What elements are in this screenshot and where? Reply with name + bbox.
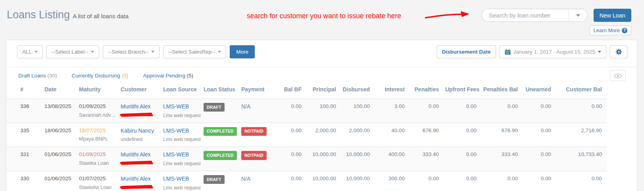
phone-redaction (121, 112, 152, 117)
cell-amount: 0.00 (273, 171, 305, 191)
settings-button[interactable] (610, 45, 627, 58)
cell-payment: NOTPAID (238, 147, 273, 171)
customer-link[interactable]: Muriithi Alex (121, 176, 150, 182)
cell-customer: Muriithi Alex (117, 171, 160, 191)
cell-loan-source: LMS-WEBLms web request (160, 99, 200, 123)
column-header: Penalties Bal (480, 81, 521, 99)
disbursement-date-button[interactable]: Disbursement Date (437, 45, 496, 58)
phone-redaction (121, 161, 152, 165)
chevron-down-icon (91, 51, 94, 53)
cell-amount: 676.90 (408, 123, 442, 147)
chevron-down-icon (576, 14, 581, 17)
page-title: Loans ListingA list of all loans data (7, 9, 129, 21)
cell-date: 13/08/2025 (41, 99, 76, 123)
date-range-picker[interactable]: January 1, 2017 - August 15, 2025 (500, 45, 606, 58)
filter-divider (6, 67, 637, 67)
search-input[interactable] (482, 9, 569, 21)
chevron-down-icon (218, 51, 221, 53)
cell-amount: 400.00 (373, 147, 408, 171)
table-row: 33101/06/202501/09/2025Stawika LoanMurii… (6, 147, 607, 171)
cell-maturity: 01/09/2025Stawika Loan (76, 147, 117, 171)
loan-source-subtext: Lms web request (163, 184, 197, 191)
select-branch-text: --Select Branch-- (108, 49, 148, 55)
column-header: Bal BF (273, 81, 305, 99)
cell-amount: 40.00 (373, 123, 408, 147)
cell-amount: 0.00 (554, 171, 607, 191)
column-header: Unearned (521, 81, 554, 99)
cell-amount: 0.00 (408, 171, 442, 191)
select-salesrep-dropdown[interactable]: --Select SalesRep-- (163, 45, 226, 58)
cell-amount: 2,000.00 (305, 123, 339, 147)
more-filters-button[interactable]: More (230, 45, 255, 58)
chevron-down-icon (35, 51, 38, 53)
loans-table-body: 33613/08/202501/09/2025Savannah Adv…Muri… (6, 99, 607, 191)
select-label-text: --Select Label-- (52, 49, 88, 55)
loan-source-link[interactable]: LMS-WEB (163, 103, 189, 110)
tab-count: (0) (122, 73, 129, 79)
cell-amount: 300.00 (373, 171, 408, 191)
phone-redaction (121, 185, 152, 189)
loans-table: #DateMaturityCustomerLoan SourceLoan Sta… (6, 81, 607, 191)
loan-source-link[interactable]: LMS-WEB (163, 176, 189, 182)
gear-icon (615, 48, 622, 55)
payment-status-badge: NOTPAID (241, 151, 267, 160)
loan-status-badge: COMPLETED (204, 127, 237, 136)
select-branch-dropdown[interactable]: --Select Branch-- (103, 45, 160, 58)
cell-amount: 333.40 (408, 147, 442, 171)
cell-amount: 0.00 (521, 99, 554, 123)
search-dropdown-toggle[interactable] (569, 9, 587, 21)
cell-amount: 0.00 (554, 99, 607, 123)
column-header: Penalties (408, 81, 442, 99)
toggle-columns-button[interactable] (610, 70, 626, 81)
cell-amount: 0.00 (442, 99, 480, 123)
filter-bar: ALL --Select Label-- --Select Branch-- -… (17, 45, 255, 58)
page-subtitle: A list of all loans data (73, 13, 129, 19)
cell-amount: 0.00 (442, 147, 480, 171)
cell-amount: 0.00 (521, 123, 554, 147)
loan-status-badge: DRAFT (204, 103, 225, 112)
cell-amount: 10,733.40 (554, 147, 607, 171)
cell-amount: 10,000.00 (305, 147, 339, 171)
filter-bar-right: Disbursement Date January 1, 2017 - Augu… (437, 45, 627, 58)
cell-amount: 100.00 (305, 99, 339, 123)
tab-approval-pending[interactable]: Approval Pending (5) (143, 73, 193, 79)
new-loan-button[interactable]: New Loan (594, 9, 631, 22)
rebate-annotation-text: search for customer you want to issue re… (247, 12, 401, 20)
filter-all-label: ALL (22, 49, 32, 55)
select-label-dropdown[interactable]: --Select Label-- (46, 45, 99, 58)
loan-status-badge: COMPLETED (204, 151, 237, 160)
calendar-icon (505, 49, 511, 55)
column-header: Maturity (76, 81, 117, 99)
column-header: Date (41, 81, 76, 99)
cell-loan-source: LMS-WEBLms web request (160, 171, 200, 191)
loan-source-link[interactable]: LMS-WEB (163, 127, 189, 134)
loan-source-link[interactable]: LMS-WEB (163, 151, 189, 158)
cell-amount: 0.00 (521, 147, 554, 171)
cell-loan-source: LMS-WEBLms web request (160, 147, 200, 171)
table-row: 33613/08/202501/09/2025Savannah Adv…Muri… (6, 99, 607, 123)
cell-amount: 0.00 (480, 99, 521, 123)
filter-all-dropdown[interactable]: ALL (17, 45, 43, 58)
column-header: Interest (373, 81, 408, 99)
help-icon: ? (622, 28, 627, 33)
loans-table-header: #DateMaturityCustomerLoan SourceLoan Sta… (6, 81, 607, 99)
loan-product-subtext: Stawisha Loan (79, 184, 114, 191)
cell-loan-source: LMS-WEBLms web request (160, 123, 200, 147)
cell-amount: 2,000.00 (339, 123, 373, 147)
cell-amount: 333.40 (480, 147, 521, 171)
customer-link[interactable]: Muriithi Alex (121, 151, 150, 158)
learn-more-button[interactable]: Learn More ? (590, 25, 631, 35)
column-header: Loan Status (200, 81, 238, 99)
loan-source-subtext: Lms web request (163, 136, 197, 143)
customer-link[interactable]: Muriithi Alex (121, 103, 150, 110)
cell-date: 01/06/2025 (41, 147, 76, 171)
loan-status-badge: DRAFT (204, 175, 225, 184)
tab-currently-disbursing[interactable]: Currently Disbursing (0) (72, 73, 129, 79)
table-row: 33518/06/202518/07/2025Mpaya BNPLKabiru … (6, 123, 607, 147)
cell-payment: N/A (238, 171, 273, 191)
date-range-text: January 1, 2017 - August 15, 2025 (513, 49, 595, 55)
cell-amount: 2,716.90 (554, 123, 607, 147)
tab-draft-loans[interactable]: Draft Loans (30) (18, 73, 57, 79)
customer-link[interactable]: Kabiru Nancy (121, 127, 154, 134)
cell-customer: Muriithi Alex (117, 147, 160, 171)
